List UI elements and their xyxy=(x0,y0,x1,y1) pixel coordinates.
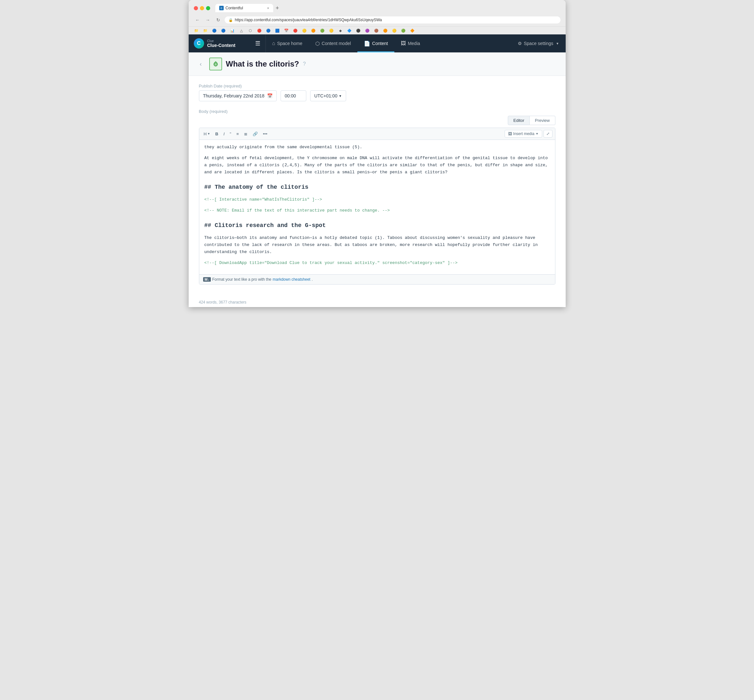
publish-date-field: Publish Date (required) Thursday, Februa… xyxy=(199,84,556,101)
tab-close-button[interactable]: × xyxy=(267,6,269,10)
bookmark-icon-13[interactable]: 🟡 xyxy=(302,28,307,33)
unordered-list-button[interactable]: ≡ xyxy=(234,130,241,138)
bold-label: B xyxy=(215,131,218,136)
nav-media[interactable]: 🖼 Media xyxy=(394,34,426,52)
bookmark-icon-8[interactable]: 🔴 xyxy=(257,28,262,33)
browser-tab-active[interactable]: C Contentful × xyxy=(215,4,273,12)
address-bar[interactable]: 🔒 https://app.contentful.com/spaces/juau… xyxy=(225,16,560,23)
word-count: 424 words, 3677 characters xyxy=(189,297,566,307)
quote-button[interactable]: " xyxy=(228,130,233,138)
content-icon: 📄 xyxy=(364,41,370,47)
editor-comment-3: <!--[ DownloadApp title="Download Clue t… xyxy=(205,259,550,267)
bookmark-icon-11[interactable]: 📅 xyxy=(284,28,289,33)
insert-media-dropdown-icon: ▼ xyxy=(536,132,539,135)
link-button[interactable]: 🔗 xyxy=(251,130,260,138)
bookmark-icon-25[interactable]: 🔶 xyxy=(410,28,415,33)
format-text-suffix: . xyxy=(312,277,313,282)
nav-space-settings[interactable]: ⚙ Space settings ▼ xyxy=(511,41,566,46)
body-field: Body (required) Editor Preview H ▼ B xyxy=(199,109,556,284)
bookmark-icon-24[interactable]: 🟢 xyxy=(401,28,406,33)
editor-paragraph-1: they actually originate from the same de… xyxy=(205,144,550,151)
logo-text: Clue Clue-Content xyxy=(207,39,236,48)
heading-button[interactable]: H ▼ xyxy=(202,130,212,138)
bookmark-icon-4[interactable]: 🔵 xyxy=(221,28,226,33)
tab-favicon: C xyxy=(219,6,224,10)
bold-button[interactable]: B xyxy=(214,130,220,138)
ordered-list-button[interactable]: ≣ xyxy=(242,130,250,138)
date-row: Thursday, February 22nd 2018 📅 UTC+01:00… xyxy=(199,91,556,101)
editor-comment-2: <!-- NOTE: Email if the text of this int… xyxy=(205,207,550,214)
close-traffic-light[interactable] xyxy=(194,6,198,10)
maximize-traffic-light[interactable] xyxy=(206,6,210,10)
bookmark-icon-17[interactable]: ◆ xyxy=(338,28,343,33)
editor-container: H ▼ B I " ≡ xyxy=(199,128,556,284)
tab-title: Contentful xyxy=(226,6,243,10)
more-options-button[interactable]: ••• xyxy=(261,130,269,138)
word-count-text: 424 words, 3677 characters xyxy=(199,300,247,305)
fullscreen-button[interactable]: ⤢ xyxy=(543,130,553,138)
top-nav: C Clue Clue-Content ☰ ⌂ Space home ⬡ Con… xyxy=(189,34,566,52)
entry-icon xyxy=(209,58,222,70)
nav-media-label: Media xyxy=(408,41,420,46)
timezone-dropdown-icon: ▼ xyxy=(339,94,342,98)
date-picker[interactable]: Thursday, February 22nd 2018 📅 xyxy=(199,91,277,101)
nav-space-home[interactable]: ⌂ Space home xyxy=(266,34,309,52)
editor-tab-preview[interactable]: Preview xyxy=(530,116,555,125)
bookmark-icon-20[interactable]: 🟣 xyxy=(365,28,370,33)
minimize-traffic-light[interactable] xyxy=(200,6,204,10)
settings-icon: ⚙ xyxy=(518,41,522,46)
lock-icon: 🔒 xyxy=(228,18,233,22)
italic-button[interactable]: I xyxy=(222,130,226,138)
bookmark-icon-10[interactable]: 🟦 xyxy=(275,28,280,33)
bookmark-icon-3[interactable]: 🔵 xyxy=(212,28,217,33)
bookmark-icon-16[interactable]: 🟡 xyxy=(329,28,334,33)
nav-content-model[interactable]: ⬡ Content model xyxy=(309,34,357,52)
editor-tab-editor[interactable]: Editor xyxy=(508,116,530,125)
editor-footer: M↓ Format your text like a pro with the … xyxy=(199,274,555,284)
help-icon[interactable]: ? xyxy=(303,61,306,67)
forward-nav-button[interactable]: → xyxy=(204,16,212,24)
heading-label: H xyxy=(204,131,207,136)
logo-title: Clue-Content xyxy=(207,43,236,48)
content-model-icon: ⬡ xyxy=(315,41,320,47)
nav-content-model-label: Content model xyxy=(322,41,351,46)
editor-paragraph-3: The clitoris—both its anatomy and functi… xyxy=(205,234,550,256)
reload-button[interactable]: ↻ xyxy=(214,16,222,24)
bookmark-icon-18[interactable]: 🔷 xyxy=(347,28,352,33)
editor-body[interactable]: they actually originate from the same de… xyxy=(199,140,555,274)
nav-content[interactable]: 📄 Content xyxy=(357,34,394,52)
insert-media-button[interactable]: 🖼 Insert media ▼ xyxy=(504,130,542,138)
editor-heading-2: ## Clitoris research and the G-spot xyxy=(205,220,550,231)
heading-dropdown-icon: ▼ xyxy=(207,132,210,135)
publish-date-label: Publish Date (required) xyxy=(199,84,556,88)
bookmarks-bar: 📁 📁 🔵 🔵 📊 △ ⬡ 🔴 🔵 🟦 📅 🔴 🟡 🟠 🟢 🟡 ◆ 🔷 ⚫ 🟣 … xyxy=(189,27,566,34)
bookmark-icon-7[interactable]: ⬡ xyxy=(248,28,253,33)
bookmark-icon-12[interactable]: 🔴 xyxy=(293,28,298,33)
body-label: Body (required) xyxy=(199,109,556,114)
timezone-select[interactable]: UTC+01:00 ▼ xyxy=(310,91,346,101)
markdown-cheatsheet-link[interactable]: markdown cheatsheet xyxy=(273,277,310,282)
bookmark-icon-19[interactable]: ⚫ xyxy=(356,28,361,33)
time-input[interactable] xyxy=(281,91,306,101)
media-icon: 🖼 xyxy=(401,41,406,46)
editor-toolbar: H ▼ B I " ≡ xyxy=(199,128,555,140)
bookmark-icon-23[interactable]: 🟡 xyxy=(392,28,397,33)
bookmark-icon-14[interactable]: 🟠 xyxy=(311,28,316,33)
back-nav-button[interactable]: ← xyxy=(194,16,201,24)
bookmark-icon-9[interactable]: 🔵 xyxy=(266,28,271,33)
bookmark-icon-6[interactable]: △ xyxy=(239,28,244,33)
bookmark-icon-15[interactable]: 🟢 xyxy=(320,28,325,33)
logo-icon: C xyxy=(194,38,204,48)
bookmark-icon-5[interactable]: 📊 xyxy=(230,28,235,33)
bookmark-icon-1[interactable]: 📁 xyxy=(194,28,199,33)
bookmark-icon-22[interactable]: 🟠 xyxy=(383,28,388,33)
new-tab-button[interactable]: + xyxy=(275,5,281,12)
url-text: https://app.contentful.com/spaces/juauvl… xyxy=(235,18,382,22)
bookmark-icon-2[interactable]: 📁 xyxy=(203,28,208,33)
bookmark-icon-21[interactable]: 🟤 xyxy=(374,28,379,33)
app-wrapper: C Clue Clue-Content ☰ ⌂ Space home ⬡ Con… xyxy=(189,34,566,307)
italic-label: I xyxy=(223,131,225,136)
back-button[interactable]: ‹ xyxy=(197,59,205,69)
hamburger-menu-icon[interactable]: ☰ xyxy=(255,40,260,47)
insert-media-label: Insert media xyxy=(513,131,534,136)
